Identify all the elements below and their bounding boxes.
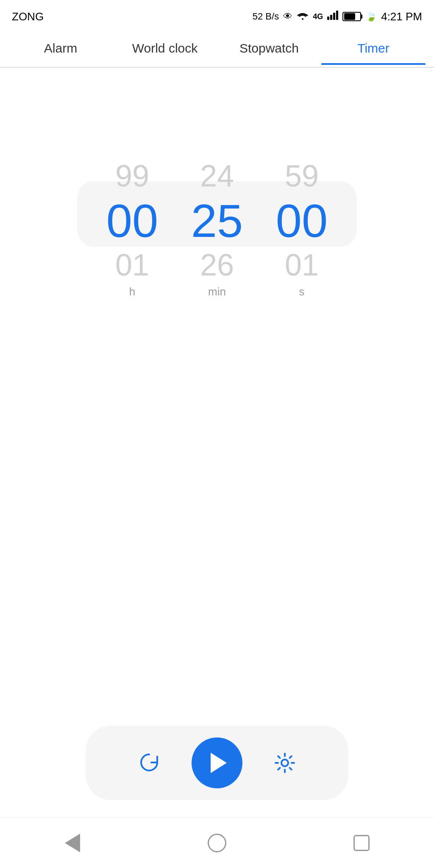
play-button[interactable] bbox=[192, 737, 242, 788]
home-button[interactable] bbox=[204, 830, 230, 856]
seconds-above: 59 bbox=[285, 159, 319, 193]
carrier-label: ZONG bbox=[12, 10, 44, 23]
hours-selected: 00 bbox=[106, 198, 158, 244]
nav-tabs: Alarm World clock Stopwatch Timer bbox=[0, 30, 434, 68]
home-icon bbox=[208, 834, 226, 852]
svg-rect-2 bbox=[333, 13, 335, 20]
status-bar: ZONG 52 B/s 👁 4G 🍃 4:21 PM bbox=[0, 0, 434, 30]
seconds-label: s bbox=[299, 285, 305, 298]
recents-button[interactable] bbox=[349, 830, 374, 856]
back-button[interactable] bbox=[60, 830, 85, 856]
svg-rect-1 bbox=[330, 15, 332, 20]
signal-icon bbox=[327, 11, 338, 22]
leaf-icon: 🍃 bbox=[365, 11, 377, 22]
eye-icon: 👁 bbox=[283, 11, 292, 22]
status-time: 4:21 PM bbox=[381, 10, 422, 23]
network-speed: 52 B/s bbox=[253, 11, 279, 22]
svg-rect-3 bbox=[336, 11, 338, 20]
minutes-selected: 25 bbox=[191, 198, 243, 244]
time-picker[interactable]: 99 00 01 h 24 25 26 min 59 00 01 s bbox=[69, 153, 365, 305]
android-nav-bar bbox=[0, 817, 434, 868]
wifi-icon bbox=[297, 11, 309, 22]
hours-above: 99 bbox=[115, 159, 149, 193]
recents-icon bbox=[353, 835, 370, 851]
status-right: 52 B/s 👁 4G 🍃 4:21 PM bbox=[253, 10, 422, 23]
hours-below: 01 bbox=[115, 248, 149, 282]
svg-rect-0 bbox=[327, 17, 329, 20]
hours-label: h bbox=[129, 285, 135, 298]
settings-button[interactable] bbox=[268, 746, 302, 780]
seconds-column[interactable]: 59 00 01 s bbox=[259, 159, 344, 298]
minutes-above: 24 bbox=[200, 159, 234, 193]
play-icon bbox=[211, 753, 227, 773]
4g-icon: 4G bbox=[313, 12, 323, 21]
seconds-below: 01 bbox=[285, 248, 319, 282]
minutes-below: 26 bbox=[200, 248, 234, 282]
timer-content: 99 00 01 h 24 25 26 min 59 00 01 s bbox=[0, 68, 434, 305]
minutes-label: min bbox=[208, 285, 226, 298]
back-icon bbox=[65, 834, 80, 852]
seconds-selected: 00 bbox=[276, 198, 328, 244]
tab-world-clock[interactable]: World clock bbox=[113, 33, 217, 64]
tab-timer[interactable]: Timer bbox=[321, 33, 426, 64]
battery-icon bbox=[342, 12, 361, 21]
reset-button[interactable] bbox=[132, 746, 166, 780]
tab-stopwatch[interactable]: Stopwatch bbox=[217, 33, 321, 64]
svg-point-4 bbox=[281, 760, 288, 766]
tab-alarm[interactable]: Alarm bbox=[8, 33, 113, 64]
bottom-controls bbox=[86, 726, 348, 800]
hours-column[interactable]: 99 00 01 h bbox=[90, 159, 175, 298]
minutes-column[interactable]: 24 25 26 min bbox=[175, 159, 259, 298]
